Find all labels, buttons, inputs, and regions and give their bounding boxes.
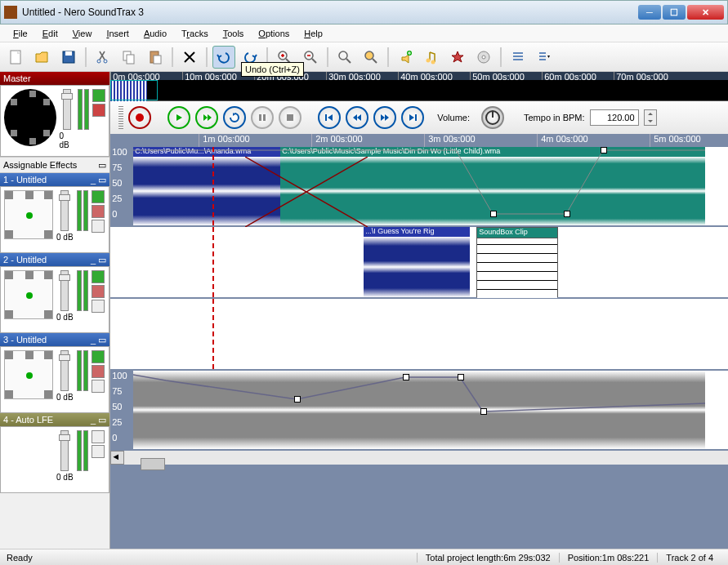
master-header: Master <box>0 72 109 85</box>
menu-options[interactable]: Options <box>252 27 296 40</box>
play-button[interactable] <box>167 106 190 129</box>
menu-view[interactable]: View <box>66 27 99 40</box>
skip-end-button[interactable] <box>401 106 424 129</box>
rewind-button[interactable] <box>346 106 368 129</box>
play-loop-button[interactable] <box>195 106 218 129</box>
status-ready: Ready <box>7 553 417 563</box>
overview-timeline[interactable]: 0m 00s:000 10m 00s:000 20m 00s:000 30m 0… <box>110 72 728 101</box>
track-1-play-btn[interactable] <box>92 190 105 203</box>
minimize-button[interactable]: ─ <box>638 5 661 20</box>
new-button[interactable] <box>5 46 28 69</box>
maximize-button[interactable]: ☐ <box>663 5 686 20</box>
playhead[interactable] <box>212 147 214 225</box>
bpm-input[interactable] <box>590 109 639 126</box>
track-1-solo-btn[interactable] <box>92 220 105 233</box>
menu-edit[interactable]: Edit <box>36 27 65 40</box>
svg-point-12 <box>365 51 373 60</box>
master-btn-2[interactable] <box>92 104 105 117</box>
effects-toggle-icon[interactable]: ▭ <box>98 160 106 171</box>
track-1-mute-btn[interactable] <box>92 205 105 218</box>
envelope-handle[interactable] <box>458 374 464 380</box>
track-3-panner[interactable] <box>4 350 53 399</box>
clip-amanda[interactable]: C:\Users\Public\Mu...\Amanda.wma <box>133 147 280 225</box>
track-lane-4[interactable]: 1007550250 <box>110 371 728 451</box>
surround-visualizer[interactable] <box>4 89 56 146</box>
track-area: 1m 00s:000 2m 00s:000 3m 00s:000 4m 00s:… <box>110 134 728 549</box>
track-minimize-icon[interactable]: _ <box>91 175 96 185</box>
menu-tools[interactable]: Tools <box>217 27 251 40</box>
track-1-panner[interactable] <box>4 190 53 239</box>
menu-audio[interactable]: Audio <box>137 27 173 40</box>
effects-header: Assignable Effects ▭ <box>0 157 109 173</box>
envelope-handle[interactable] <box>294 396 301 403</box>
pause-button[interactable] <box>251 106 274 129</box>
master-btn-1[interactable] <box>92 89 105 102</box>
delete-button[interactable] <box>178 46 201 69</box>
menu-tracks[interactable]: Tracks <box>175 27 215 40</box>
clip-iguess[interactable]: ...\I Guess You're Rig <box>364 227 470 297</box>
track-close-icon[interactable]: ▭ <box>98 175 106 185</box>
track-1-fader[interactable] <box>60 190 69 231</box>
envelope-handle[interactable] <box>564 211 570 217</box>
scroll-left-button[interactable]: ◄ <box>110 451 124 465</box>
cut-button[interactable] <box>92 46 114 69</box>
loop-button[interactable] <box>223 106 246 129</box>
track-4-fader[interactable] <box>60 430 69 471</box>
menu-help[interactable]: Help <box>297 27 329 40</box>
scroll-thumb[interactable] <box>141 458 165 470</box>
track-2-fader[interactable] <box>60 270 69 311</box>
list-dropdown-button[interactable] <box>533 46 556 69</box>
track-4-header[interactable]: 4 - Auto LFE _ ▭ <box>0 413 109 426</box>
menu-file[interactable]: File <box>7 27 34 40</box>
record-button[interactable] <box>128 106 151 129</box>
zoom-full-button[interactable] <box>360 46 382 69</box>
status-track: Track 2 of 4 <box>657 553 721 563</box>
master-db-label: 0 dB <box>60 131 75 149</box>
envelope-handle[interactable] <box>490 211 497 217</box>
titlebar: Untitled - Nero SoundTrax 3 ─ ☐ ✕ <box>0 0 728 24</box>
time-ruler[interactable]: 1m 00s:000 2m 00s:000 3m 00s:000 4m 00s:… <box>110 134 728 147</box>
open-button[interactable] <box>31 46 54 69</box>
track-lane-3[interactable] <box>110 299 728 371</box>
clip-lfe[interactable] <box>133 371 705 449</box>
clip-soundbox[interactable]: SoundBox Clip <box>476 227 558 297</box>
paste-button[interactable] <box>144 46 167 69</box>
track-4-panel: 0 dB <box>0 426 109 493</box>
horizontal-scrollbar[interactable]: ◄ ► <box>110 451 728 465</box>
cd-button[interactable] <box>472 46 495 69</box>
track-2-header[interactable]: 2 - Untitled _ ▭ <box>0 253 109 266</box>
save-button[interactable] <box>57 46 80 69</box>
svg-rect-23 <box>415 114 417 121</box>
master-fader[interactable] <box>63 89 71 130</box>
track-3-fader[interactable] <box>60 350 69 391</box>
scale-column: 1007550250 <box>110 147 133 225</box>
track-3-header[interactable]: 3 - Untitled _ ▭ <box>0 333 109 346</box>
add-audio-button[interactable] <box>394 46 417 69</box>
track-lane-1[interactable]: 1007550250 C:\Users\Public\Mu...\Amanda.… <box>110 147 728 227</box>
list-button[interactable] <box>507 46 529 69</box>
forward-button[interactable] <box>373 106 396 129</box>
volume-knob[interactable] <box>481 106 504 129</box>
svg-rect-8 <box>154 56 161 64</box>
svg-point-3 <box>97 60 100 63</box>
envelope-handle[interactable] <box>403 374 409 380</box>
copy-button[interactable] <box>118 46 141 69</box>
left-panel: Master 0 dB Assignable E <box>0 72 110 549</box>
skip-start-button[interactable] <box>318 106 341 129</box>
zoom-selection-button[interactable] <box>333 46 356 69</box>
track-lane-2[interactable]: ...\I Guess You're Rig SoundBox Clip <box>110 227 728 299</box>
menu-insert[interactable]: Insert <box>100 27 136 40</box>
envelope-handle[interactable] <box>480 408 487 415</box>
svg-point-4 <box>104 60 107 63</box>
envelope-handle[interactable] <box>601 147 607 153</box>
overview-viewport[interactable] <box>110 80 158 100</box>
audio-note-button[interactable] <box>420 46 443 69</box>
track-2-panner[interactable] <box>4 270 53 319</box>
bpm-spinner[interactable] <box>644 109 657 126</box>
effects-button[interactable] <box>446 46 469 69</box>
undo-button[interactable] <box>212 46 235 69</box>
track-1-header[interactable]: 1 - Untitled _ ▭ <box>0 173 109 186</box>
transport-grip[interactable] <box>118 106 123 129</box>
close-button[interactable]: ✕ <box>687 5 724 20</box>
stop-button[interactable] <box>279 106 301 129</box>
